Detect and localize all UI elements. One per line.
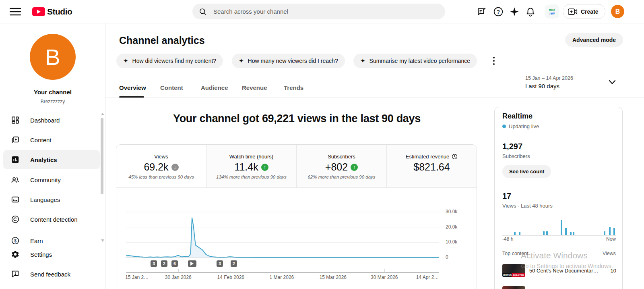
feedback-icon (10, 270, 20, 279)
realtime-axis-labels: -48 h Now (502, 236, 616, 242)
x-axis-track (126, 272, 439, 273)
views-line-chart (126, 202, 439, 260)
trend-up-icon: ↑ (261, 164, 268, 171)
ai-chip-new-viewers[interactable]: ✦ How many new viewers did I reach? (232, 54, 345, 68)
video-marker-play[interactable] (188, 260, 196, 267)
video-marker-count[interactable]: 2 (231, 260, 237, 267)
sparkle-icon: ✦ (360, 57, 365, 64)
divider (495, 134, 623, 134)
y-axis-tick: 10.0k (446, 239, 457, 245)
metric-watch-time[interactable]: Watch time (hours) 11.4k ↑ 134% more tha… (206, 145, 297, 187)
top-content-header: Top content Views (502, 251, 616, 256)
earn-dollar-icon: $ (10, 236, 20, 244)
svg-text:$: $ (14, 239, 17, 243)
video-marker-count[interactable]: 3 (151, 260, 157, 267)
notifications-bell-icon[interactable] (525, 6, 536, 17)
advanced-mode-button[interactable]: Advanced mode (565, 33, 623, 47)
sidebar-item-languages[interactable]: Languages (0, 190, 100, 209)
video-marker-count[interactable]: 2 (161, 260, 167, 267)
scrollbar-thumb[interactable] (101, 118, 103, 194)
sidebar-item-dashboard[interactable]: Dashboard (0, 110, 100, 130)
svg-text:?: ? (497, 8, 500, 15)
copyright-icon (10, 215, 20, 224)
search-icon (199, 8, 207, 16)
realtime-bars-chart (502, 213, 616, 235)
sidebar-item-earn[interactable]: $ Earn (0, 231, 100, 244)
metric-subscribers[interactable]: Subscribers +802 ↑ 62% more than previou… (297, 145, 387, 187)
metric-estimated-revenue[interactable]: Estimated revenue $821.64 (387, 145, 477, 187)
sidebar-item-content-detection[interactable]: Content detection (0, 210, 100, 229)
y-axis-tick: 30.0k (446, 209, 457, 214)
ai-chip-how-found[interactable]: ✦ How did viewers find my content? (116, 54, 223, 68)
scroll-down-arrow[interactable] (101, 239, 104, 242)
product-name: Studio (47, 7, 72, 17)
overview-headline: Your channel got 69,221 views in the las… (117, 112, 477, 125)
x-axis-tick: 30 Jan 2026 (165, 274, 192, 280)
realtime-subscribers-value: 1,297 (502, 142, 522, 151)
settings-gear-icon (10, 250, 20, 259)
channel-avatar[interactable]: B (30, 34, 76, 80)
sidebar-item-community[interactable]: Community (0, 170, 100, 189)
realtime-views-label: Views · Last 48 hours (502, 203, 553, 209)
tab-trends[interactable]: Trends (284, 84, 303, 91)
sidebar-item-settings[interactable]: Settings (0, 245, 100, 264)
sidebar-item-label: Content (30, 137, 52, 143)
account-avatar[interactable]: B (611, 5, 624, 18)
see-live-count-button[interactable]: See live count (502, 165, 551, 178)
sidebar-nav-list: Dashboard Content Analytics (0, 110, 105, 244)
tab-content[interactable]: Content (160, 84, 183, 91)
scroll-up-arrow[interactable] (101, 113, 104, 115)
tab-revenue[interactable]: Revenue (242, 84, 267, 91)
video-publish-markers: 32632 (126, 260, 439, 267)
create-button[interactable]: Create (563, 4, 605, 19)
sidebar-scrollbar[interactable] (100, 113, 104, 242)
video-marker-count[interactable]: 6 (171, 260, 178, 267)
top-app-bar: Studio ? nex rev (0, 0, 644, 23)
realtime-views-value: 17 (502, 191, 511, 201)
video-thumbnail-partial (502, 286, 525, 289)
tab-overview[interactable]: Overview (119, 84, 146, 91)
sidebar-item-content[interactable]: Content (0, 130, 100, 150)
clock-info-icon (452, 154, 458, 160)
search-bar[interactable] (192, 4, 445, 19)
search-input[interactable] (213, 8, 430, 15)
x-axis-ticks (126, 269, 439, 272)
y-axis-tick: 20.0k (446, 224, 457, 230)
whats-new-icon[interactable] (476, 6, 487, 17)
date-range-text[interactable]: 15 Jan – 14 Apr 2026 (525, 75, 573, 81)
x-axis-tick: 15 Mar 2026 (320, 274, 347, 280)
ai-chip-summarise[interactable]: ✦ Summarise my latest video performance (353, 54, 477, 68)
sidebar-item-analytics[interactable]: Analytics (3, 150, 100, 169)
dashboard-icon (10, 116, 20, 125)
youtube-studio-logo[interactable]: Studio (32, 7, 72, 17)
video-plus-icon (568, 8, 578, 16)
realtime-title: Realtime (502, 112, 533, 121)
sidebar-item-send-feedback[interactable]: Send feedback (0, 264, 100, 284)
sidebar-item-label: Settings (30, 251, 52, 258)
help-icon[interactable]: ? (493, 6, 504, 17)
sparkle-icon: ✦ (239, 57, 244, 64)
community-icon (10, 175, 20, 185)
sidebar-divider (0, 244, 105, 244)
sparkle-assistant-icon[interactable] (509, 6, 520, 17)
chevron-down-icon[interactable] (609, 80, 616, 85)
divider (495, 186, 623, 186)
trend-down-icon: ↓ (171, 164, 179, 171)
metric-views[interactable]: Views 69.2k ↓ 45% less than previous 90 … (116, 145, 206, 187)
youtube-play-icon (32, 7, 45, 16)
video-thumbnail: WATCH BEFORE DELETED (502, 264, 525, 277)
more-options-kebab[interactable] (491, 56, 497, 66)
hamburger-menu-icon[interactable] (10, 7, 21, 16)
browser-extension-icon[interactable]: nex rev (545, 4, 559, 19)
video-title: 50 Cent's New Documentary… (529, 268, 601, 274)
sidebar-item-label: Send feedback (30, 271, 70, 278)
sidebar-item-label: Content detection (30, 216, 78, 223)
video-marker-count[interactable]: 3 (217, 260, 223, 267)
tab-audience[interactable]: Audience (201, 84, 228, 91)
tabbar-divider (105, 98, 644, 98)
date-period-selector[interactable]: Last 90 days (525, 83, 559, 89)
x-axis-tick: 14 Apr 2… (416, 274, 439, 280)
trend-up-icon: ↑ (351, 164, 358, 171)
top-content-row[interactable]: WATCH BEFORE DELETED 50 Cent's New Docum… (502, 264, 616, 277)
x-axis-tick: 30 Mar 2026 (371, 274, 398, 280)
